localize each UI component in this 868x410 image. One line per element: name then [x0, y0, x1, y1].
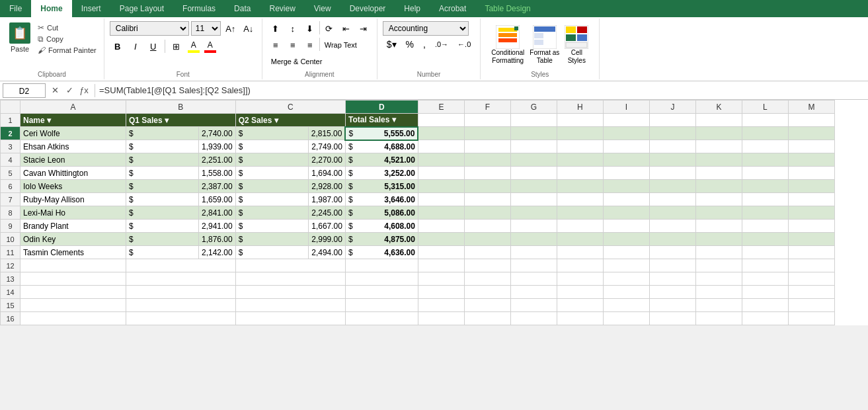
cell-C11[interactable]: 2,494.00 — [308, 246, 345, 259]
cell-C9[interactable]: 1,667.00 — [308, 220, 345, 233]
fill-color-button[interactable]: A — [186, 40, 201, 54]
cell-L3[interactable] — [742, 140, 788, 153]
cell-F3[interactable] — [464, 140, 510, 153]
cell-B13[interactable] — [126, 272, 236, 286]
cell-B6-dollar[interactable]: $ — [126, 180, 199, 193]
cell-D6[interactable]: $5,315.00 — [345, 180, 418, 193]
col-header-A[interactable]: A — [20, 101, 126, 114]
border-button[interactable]: ⊞ — [169, 39, 184, 54]
comma-button[interactable]: , — [419, 37, 430, 52]
cell-C6[interactable]: 2,928.00 — [308, 180, 345, 193]
cell-H14[interactable] — [557, 286, 603, 299]
cell-K4[interactable] — [695, 153, 742, 167]
cell-F14[interactable] — [464, 286, 510, 299]
cell-M11[interactable] — [788, 246, 834, 259]
italic-button[interactable]: I — [128, 39, 143, 54]
cell-A9[interactable]: Brandy Plant — [20, 220, 126, 233]
cell-A14[interactable] — [20, 286, 126, 299]
cell-E6[interactable] — [418, 180, 464, 193]
cell-H11[interactable] — [557, 246, 603, 259]
cell-J1[interactable] — [649, 114, 695, 127]
cell-J8[interactable] — [649, 206, 695, 220]
cell-J11[interactable] — [649, 246, 695, 259]
cell-E10[interactable] — [418, 233, 464, 246]
cell-J12[interactable] — [649, 259, 695, 272]
cell-G2[interactable] — [510, 127, 557, 140]
cell-F11[interactable] — [464, 246, 510, 259]
cell-E8[interactable] — [418, 206, 464, 220]
cell-A1[interactable]: Name ▾ — [20, 114, 126, 127]
cell-E4[interactable] — [418, 153, 464, 167]
cell-M7[interactable] — [788, 193, 834, 206]
cell-I5[interactable] — [603, 167, 649, 180]
cell-A5[interactable]: Cavan Whittington — [20, 167, 126, 180]
col-header-M[interactable]: M — [788, 101, 834, 114]
cell-H2[interactable] — [557, 127, 603, 140]
cell-C7-dollar[interactable]: $ — [235, 193, 308, 206]
cell-B4-dollar[interactable]: $ — [126, 153, 199, 167]
cell-G8[interactable] — [510, 206, 557, 220]
cell-M1[interactable] — [788, 114, 834, 127]
cell-C1[interactable]: Q2 Sales ▾ — [235, 114, 345, 127]
col-header-B[interactable]: B — [126, 101, 236, 114]
cell-E7[interactable] — [418, 193, 464, 206]
col-header-H[interactable]: H — [557, 101, 603, 114]
cell-K6[interactable] — [695, 180, 742, 193]
cell-B11-dollar[interactable]: $ — [126, 246, 199, 259]
cell-A8[interactable]: Lexi-Mai Ho — [20, 206, 126, 220]
percent-button[interactable]: % — [402, 37, 418, 52]
row-header-7[interactable]: 7 — [1, 193, 20, 206]
cell-A6[interactable]: Iolo Weeks — [20, 180, 126, 193]
cell-E1[interactable] — [418, 114, 464, 127]
row-header-10[interactable]: 10 — [1, 233, 20, 246]
cell-D1[interactable]: Total Sales ▾ — [345, 114, 418, 127]
cell-J6[interactable] — [649, 180, 695, 193]
cell-L6[interactable] — [742, 180, 788, 193]
copy-button[interactable]: ⧉ Copy — [36, 34, 99, 44]
tab-table-design[interactable]: Table Design — [475, 0, 539, 17]
cell-L2[interactable] — [742, 127, 788, 140]
cell-J15[interactable] — [649, 299, 695, 312]
cell-B9[interactable]: 2,941.00 — [199, 220, 236, 233]
cell-C14[interactable] — [235, 286, 345, 299]
cell-H12[interactable] — [557, 259, 603, 272]
cell-A13[interactable] — [20, 272, 126, 286]
col-header-K[interactable]: K — [695, 101, 742, 114]
cell-I15[interactable] — [603, 299, 649, 312]
cell-D7[interactable]: $3,646.00 — [345, 193, 418, 206]
cell-F15[interactable] — [464, 299, 510, 312]
cell-B3-dollar[interactable]: $ — [126, 140, 199, 153]
cell-L1[interactable] — [742, 114, 788, 127]
cell-G13[interactable] — [510, 272, 557, 286]
cell-E14[interactable] — [418, 286, 464, 299]
cell-E11[interactable] — [418, 246, 464, 259]
font-color-button[interactable]: A — [203, 40, 217, 54]
cell-E12[interactable] — [418, 259, 464, 272]
cell-L9[interactable] — [742, 220, 788, 233]
cell-B3[interactable]: 1,939.00 — [199, 140, 236, 153]
col-header-C[interactable]: C — [235, 101, 345, 114]
tab-data[interactable]: Data — [225, 0, 260, 17]
indent-increase-button[interactable]: ⇥ — [356, 21, 372, 36]
cell-C5[interactable]: 1,694.00 — [308, 167, 345, 180]
cell-B2[interactable]: 2,740.00 — [199, 127, 236, 140]
cell-K11[interactable] — [695, 246, 742, 259]
cell-C16[interactable] — [235, 312, 345, 325]
row-header-13[interactable]: 13 — [1, 272, 20, 286]
cell-C15[interactable] — [235, 299, 345, 312]
row-header-8[interactable]: 8 — [1, 206, 20, 220]
paste-button[interactable]: 📋 Paste — [5, 21, 34, 54]
cell-E5[interactable] — [418, 167, 464, 180]
cell-E3[interactable] — [418, 140, 464, 153]
col-header-D[interactable]: D — [345, 101, 418, 114]
cell-M3[interactable] — [788, 140, 834, 153]
font-size-select[interactable]: 11 — [191, 21, 221, 36]
tab-formulas[interactable]: Formulas — [173, 0, 225, 17]
cell-J9[interactable] — [649, 220, 695, 233]
cell-A16[interactable] — [20, 312, 126, 325]
cell-B1[interactable]: Q1 Sales ▾ — [126, 114, 236, 127]
row-header-1[interactable]: 1 — [1, 114, 20, 127]
cell-C4-dollar[interactable]: $ — [235, 153, 308, 167]
cell-B7[interactable]: 1,659.00 — [199, 193, 236, 206]
row-header-14[interactable]: 14 — [1, 286, 20, 299]
